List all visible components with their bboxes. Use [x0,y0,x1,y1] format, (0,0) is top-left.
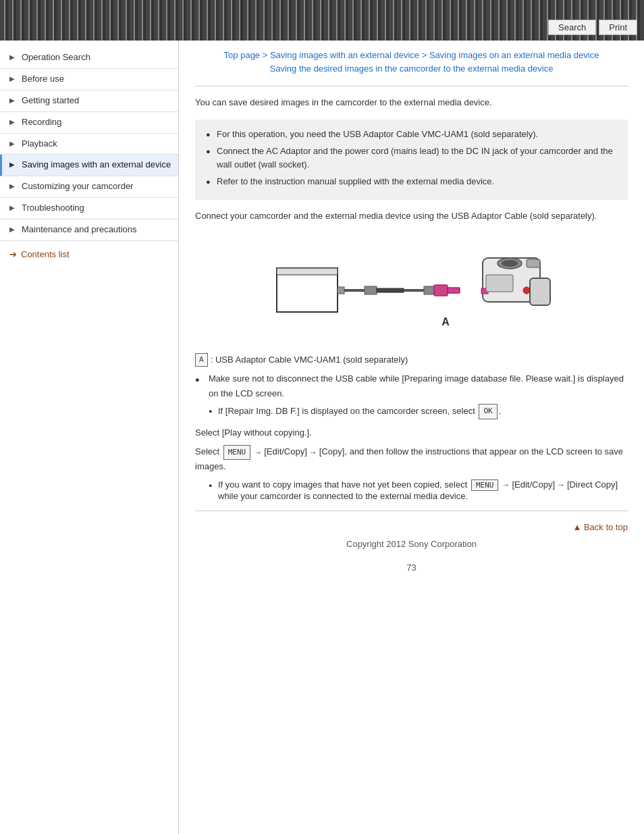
svg-point-18 [523,287,530,294]
select-play-text: Select [Play without copying.]. [195,426,628,440]
bottom-divider [195,511,628,511]
page-layout: ▶ Operation Search ▶ Before use ▶ Gettin… [0,41,644,834]
svg-rect-1 [277,268,338,275]
note-text-2: If [Repair Img. DB F.] is displayed on t… [218,404,501,419]
sidebar-item-operation-search[interactable]: ▶ Operation Search [0,47,178,69]
note-item-1: ● Make sure not to disconnect the USB ca… [195,371,628,401]
svg-rect-14 [527,259,540,267]
breadcrumb[interactable]: Top page > Saving images with an externa… [195,49,628,75]
small-bullet-icon: ● [209,407,218,417]
sidebar-item-label: Maintenance and precautions [22,224,171,236]
svg-rect-3 [344,289,365,292]
top-divider [195,86,628,86]
page-number: 73 [195,563,628,586]
sidebar-item-playback[interactable]: ▶ Playback [0,134,178,155]
arrow-right-icon: ➔ [9,249,17,259]
connect-text: Connect your camcorder and the external … [195,209,628,224]
sidebar-item-customizing[interactable]: ▶ Customizing your camcorder [0,176,178,198]
breadcrumb-sep2: > [419,50,429,60]
svg-rect-15 [530,278,550,305]
svg-point-13 [502,260,518,267]
usb-label-row: A : USB Adaptor Cable VMC-UAM1 (sold sep… [195,353,628,367]
menu-button-inline-2: MENU [471,479,499,491]
copyright: Copyright 2012 Sony Corporation [195,539,628,549]
sidebar-item-troubleshooting[interactable]: ▶ Troubleshooting [0,198,178,219]
svg-rect-2 [338,287,344,294]
contents-list-link[interactable]: ➔ Contents list [0,241,178,267]
info-list: For this operation, you need the USB Ada… [206,128,617,189]
sidebar-item-label: Operation Search [22,52,171,63]
chevron-right-icon: ▶ [9,74,18,83]
svg-rect-9 [448,288,460,293]
connection-diagram: A [270,234,554,342]
svg-rect-5 [377,288,404,292]
usb-icon: A [195,353,208,367]
back-to-top-link[interactable]: ▲ Back to top [572,522,628,532]
svg-text:A: A [441,316,450,328]
note-copy-item: ● If you want to copy images that have n… [195,479,628,501]
svg-rect-4 [365,286,377,294]
sidebar-item-label: Customizing your camcorder [22,181,171,192]
main-content: Top page > Saving images with an externa… [179,41,644,834]
menu-button-inline: MENU [223,445,251,460]
usb-label-text: : USB Adaptor Cable VMC-UAM1 (sold separ… [211,353,408,367]
chevron-right-icon: ▶ [9,203,18,212]
breadcrumb-saving-desired[interactable]: Saving the desired images in the camcord… [270,63,554,74]
chevron-right-icon: ▶ [9,225,18,234]
notes-section: A : USB Adaptor Cable VMC-UAM1 (sold sep… [195,353,628,419]
sidebar-item-maintenance[interactable]: ▶ Maintenance and precautions [0,219,178,241]
sidebar-item-getting-started[interactable]: ▶ Getting started [0,90,178,112]
sidebar-item-recording[interactable]: ▶ Recording [0,112,178,134]
sidebar-item-label: Troubleshooting [22,203,171,214]
page-header: Search Print [0,0,644,41]
note-item-2: ● If [Repair Img. DB F.] is displayed on… [195,404,628,419]
chevron-right-icon: ▶ [9,96,18,105]
note-text-1: Make sure not to disconnect the USB cabl… [209,371,628,401]
chevron-right-icon: ▶ [9,118,18,126]
sidebar-item-label: Saving images with an external device [22,159,171,171]
intro-text: You can save desired images in the camco… [195,96,628,110]
breadcrumb-sep1: > [260,50,270,60]
info-item-2: Connect the AC Adaptor and the power cor… [206,145,617,173]
info-item-1: For this operation, you need the USB Ada… [206,128,617,142]
breadcrumb-saving-external[interactable]: Saving images with an external device [270,50,419,60]
ok-button-inline: OK [479,404,497,419]
contents-list-label: Contents list [21,249,70,259]
info-box: For this operation, you need the USB Ada… [195,120,628,200]
sidebar-item-label: Getting started [22,95,171,107]
sidebar-item-saving-images[interactable]: ▶ Saving images with an external device [0,155,178,176]
svg-rect-17 [486,275,513,292]
sidebar-item-before-use[interactable]: ▶ Before use [0,69,178,90]
sidebar-item-label: Playback [22,138,171,150]
header-buttons: Search Print [548,20,637,35]
select-menu-text: Select MENU→[Edit/Copy]→[Copy], and then… [195,445,628,473]
sidebar: ▶ Operation Search ▶ Before use ▶ Gettin… [0,41,179,834]
chevron-right-icon: ▶ [9,182,18,190]
breadcrumb-top[interactable]: Top page [224,50,261,60]
small-bullet-icon-2: ● [209,482,218,489]
svg-rect-6 [404,289,424,292]
back-to-top[interactable]: ▲ Back to top [195,522,628,532]
note-copy-text: If you want to copy images that have not… [218,479,628,501]
chevron-right-icon: ▶ [9,160,18,169]
chevron-right-icon: ▶ [9,139,18,148]
sidebar-item-label: Recording [22,117,171,128]
breadcrumb-saving-media[interactable]: Saving images on an external media devic… [429,50,599,60]
info-item-3: Refer to the instruction manual supplied… [206,175,617,189]
bullet-icon: ● [195,373,209,386]
sidebar-item-label: Before use [22,74,171,85]
print-button[interactable]: Print [599,20,637,35]
search-button[interactable]: Search [548,20,596,35]
diagram-area: A [195,234,628,342]
svg-rect-7 [424,286,434,294]
chevron-right-icon: ▶ [9,53,18,61]
svg-rect-8 [434,285,448,296]
